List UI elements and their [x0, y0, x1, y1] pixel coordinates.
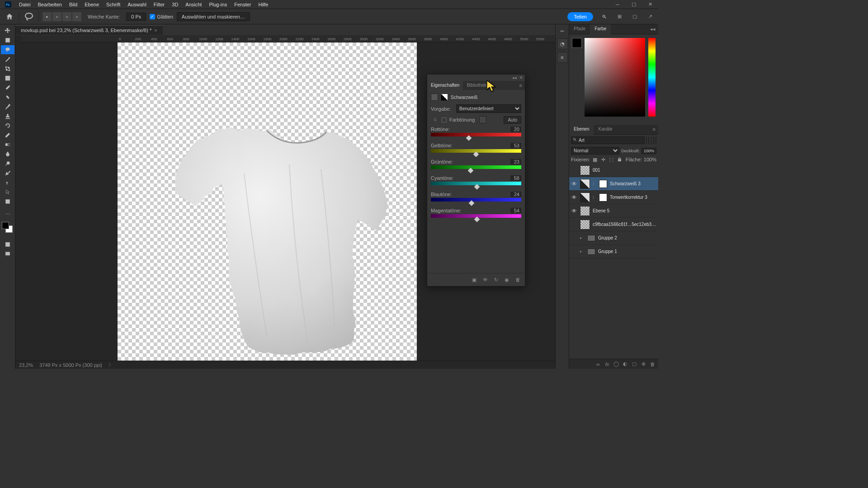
move-tool[interactable]: [1, 26, 14, 35]
properties-panel[interactable]: ◂◂ ✕ Eigenschaften Bibliotheken ≡ Schwar…: [427, 74, 525, 286]
search-icon[interactable]: 🔍︎: [599, 12, 609, 21]
slider-rottöne[interactable]: Rottöne:20: [431, 127, 521, 136]
add-selection-button[interactable]: ▫: [52, 12, 61, 21]
select-and-mask-button[interactable]: Auswählen und maskieren…: [177, 12, 250, 21]
menu-datei[interactable]: Datei: [15, 1, 34, 8]
lock-position-icon[interactable]: ✛: [600, 156, 606, 163]
eyedropper-tool[interactable]: [1, 83, 14, 92]
lock-pixels-icon[interactable]: ▦: [592, 156, 598, 163]
panel-collapse-icon[interactable]: ◂◂: [647, 24, 658, 34]
fill-input[interactable]: 100%: [644, 157, 656, 162]
menu-bearbeiten[interactable]: Bearbeiten: [34, 1, 66, 8]
mask-thumb[interactable]: [599, 180, 607, 188]
gradient-tool[interactable]: [1, 140, 14, 149]
export-icon[interactable]: ↗: [646, 12, 655, 21]
history-panel-icon[interactable]: ◔: [557, 38, 568, 49]
zoom-level[interactable]: 23,2%: [19, 362, 33, 368]
adjustment-icon[interactable]: ◐: [622, 361, 628, 367]
new-layer-icon[interactable]: ⊕: [640, 361, 646, 367]
menu-schrift[interactable]: Schrift: [103, 1, 124, 8]
layer-row[interactable]: 👁⁞Schwarzweiß 3: [569, 177, 658, 191]
filter-smart-icon[interactable]: [656, 137, 656, 144]
minimize-button[interactable]: ─: [609, 0, 626, 9]
slider-cyantöne[interactable]: Cyantöne:58: [431, 175, 521, 185]
tab-farbe[interactable]: Farbe: [590, 24, 611, 34]
layer-row[interactable]: 👁Ebene 5: [569, 204, 658, 218]
slider-magentatöne[interactable]: Magentatöne:54: [431, 208, 521, 218]
group-icon[interactable]: ▢: [631, 361, 637, 367]
feather-input[interactable]: 0 Px: [126, 13, 146, 21]
visibility-toggle[interactable]: 👁: [571, 181, 577, 187]
antialias-check[interactable]: Glätten: [150, 14, 173, 19]
dodge-tool[interactable]: [1, 159, 14, 168]
layer-row[interactable]: c9fbcaa1566c81f…5ec12eb39 Kopie: [569, 218, 658, 231]
expand-dock-icon[interactable]: ▸▸: [556, 29, 569, 33]
layers-panel-icon[interactable]: ≡: [557, 52, 568, 63]
reset-icon[interactable]: ↻: [492, 276, 500, 283]
share-button[interactable]: Teilen: [567, 12, 593, 21]
wand-tool[interactable]: [1, 55, 14, 64]
menu-bild[interactable]: Bild: [66, 1, 81, 8]
layer-row[interactable]: ▸Gruppe 1: [569, 245, 658, 258]
link-layers-icon[interactable]: ∞: [595, 361, 601, 367]
tab-pfade[interactable]: Pfade: [569, 24, 590, 34]
menu-3d[interactable]: 3D: [168, 1, 182, 8]
filter-shape-icon[interactable]: [653, 137, 654, 144]
slider-blautöne[interactable]: Blautöne:24: [431, 192, 521, 202]
panel-close-icon[interactable]: ✕: [519, 75, 523, 80]
subtract-selection-button[interactable]: ▫: [62, 12, 71, 21]
fx-icon[interactable]: fx: [604, 361, 610, 367]
crop-tool[interactable]: [1, 64, 14, 73]
target-adjust-icon[interactable]: ☟: [431, 116, 439, 124]
lock-all-icon[interactable]: 🔒︎: [616, 156, 623, 163]
opacity-input[interactable]: 100%: [642, 148, 656, 154]
type-tool[interactable]: T: [1, 178, 14, 187]
color-swatch[interactable]: [572, 38, 582, 48]
foreground-color[interactable]: [2, 222, 9, 229]
view-previous-icon[interactable]: 👁: [481, 276, 489, 283]
frame-icon[interactable]: ▢: [630, 12, 639, 21]
blend-mode-select[interactable]: Normal: [571, 147, 619, 155]
layer-row[interactable]: ▸Gruppe 2: [569, 231, 658, 245]
panel-collapse-icon[interactable]: ◂◂: [512, 75, 517, 80]
menu-hilfe[interactable]: Hilfe: [255, 1, 272, 8]
hue-slider[interactable]: [648, 38, 656, 117]
menu-ansicht[interactable]: Ansicht: [182, 1, 205, 8]
layer-row[interactable]: 001: [569, 164, 658, 177]
delete-adj-icon[interactable]: 🗑︎: [514, 276, 521, 283]
layer-row[interactable]: 👁⁞Tonwertkorrektur 3: [569, 191, 658, 204]
auto-button[interactable]: Auto: [504, 116, 521, 124]
delete-icon[interactable]: 🗑︎: [649, 361, 656, 367]
pen-tool[interactable]: [1, 169, 14, 178]
close-tab-icon[interactable]: ×: [154, 28, 157, 33]
menu-auswahl[interactable]: Auswahl: [124, 1, 150, 8]
filter-type-icon[interactable]: [651, 137, 651, 144]
screenmode-button[interactable]: [1, 249, 14, 258]
menu-ebene[interactable]: Ebene: [81, 1, 103, 8]
lasso-tool-icon[interactable]: [23, 11, 35, 23]
close-button[interactable]: ✕: [642, 0, 658, 9]
stamp-tool[interactable]: [1, 112, 14, 121]
lock-nested-icon[interactable]: ⬚: [608, 156, 614, 163]
panel-menu-icon[interactable]: ≡: [650, 125, 658, 134]
blur-tool[interactable]: [1, 150, 14, 159]
filter-pixel-icon[interactable]: [646, 137, 647, 144]
visibility-toggle[interactable]: 👁: [571, 208, 577, 214]
home-button[interactable]: [4, 11, 15, 23]
layer-search-input[interactable]: [571, 136, 645, 144]
document-tab[interactable]: movkup.psd bei 23,2% (Schwarzweiß 3, Ebe…: [15, 25, 163, 35]
tint-color-swatch[interactable]: [479, 116, 486, 123]
preset-select[interactable]: Benutzerdefiniert: [456, 104, 521, 113]
intersect-selection-button[interactable]: ▫: [72, 12, 81, 21]
toggle-visibility-icon[interactable]: ◉: [503, 276, 510, 283]
mask-icon[interactable]: ◯: [613, 361, 619, 367]
eraser-tool[interactable]: [1, 131, 14, 140]
brush-tool[interactable]: [1, 102, 14, 111]
more-tools[interactable]: ⋯: [1, 210, 14, 219]
tab-bibliotheken[interactable]: Bibliotheken: [463, 81, 495, 90]
lasso-tool[interactable]: [1, 45, 14, 54]
marquee-tool[interactable]: [1, 36, 14, 45]
mask-thumb[interactable]: [599, 193, 607, 202]
shape-tool[interactable]: [1, 197, 14, 206]
clip-icon[interactable]: ▣: [471, 276, 478, 283]
